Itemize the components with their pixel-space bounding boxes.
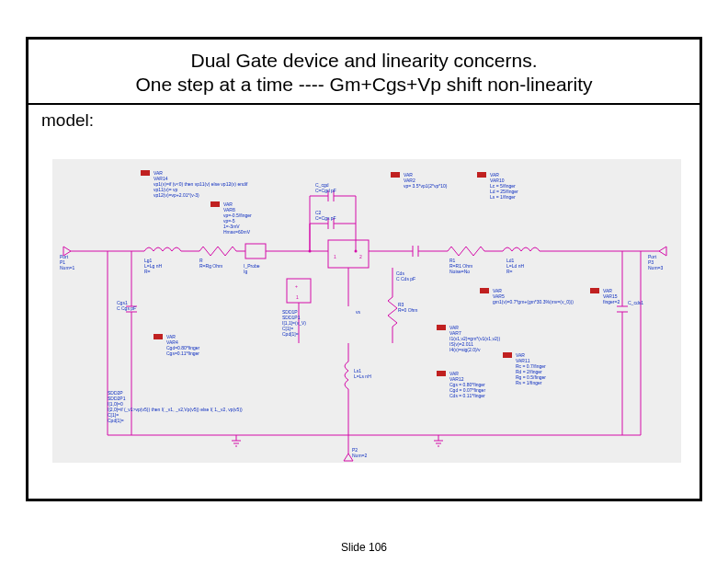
- rg-val: R=Rg Ohm: [199, 263, 222, 269]
- svg-rect-12: [477, 172, 486, 178]
- ls1-val: L=Ls nH: [354, 373, 371, 379]
- svg-rect-9: [141, 170, 150, 176]
- svg-text:1: 1: [296, 294, 299, 300]
- svg-rect-10: [210, 201, 220, 207]
- sdd2p-l1: I[2,0]=if (_v1>vp(v5)) then I( _v1, _v2,…: [108, 407, 243, 412]
- svg-rect-0: [245, 244, 266, 259]
- schematic-svg: 1 2 + 1: [52, 159, 681, 463]
- slide-title: Dual Gate device and linearity concerns.…: [28, 40, 700, 101]
- svg-text:+: +: [295, 283, 298, 289]
- title-line-2: One step at a time ---- Gm+Cgs+Vp shift …: [45, 73, 683, 97]
- svg-rect-14: [590, 288, 599, 293]
- cgs-val: C=Cgs pF: [315, 215, 336, 221]
- svg-rect-13: [480, 288, 489, 293]
- var11-l3: Rs = 1/finger: [516, 380, 542, 385]
- model-label: model:: [28, 105, 700, 131]
- var5-l0: gm1(v)=0.7*gm+(gm*30.3%(mv=(v_0))): [493, 299, 574, 304]
- ld1-r: R=: [506, 269, 513, 274]
- r1-noise: Noise=No: [449, 269, 470, 274]
- vs-node-label: vs: [356, 309, 361, 315]
- svg-rect-18: [154, 334, 163, 339]
- svg-rect-6: [287, 279, 311, 303]
- r3-val: R=0 Ohm: [398, 307, 418, 313]
- slide-frame: Dual Gate device and linearity concerns.…: [26, 37, 702, 501]
- svg-rect-11: [391, 172, 400, 178]
- var12-l2: Cds = 0.11*finger: [449, 393, 485, 398]
- lg1-r: R=: [144, 269, 151, 274]
- svg-point-5: [355, 250, 358, 253]
- svg-text:1: 1: [334, 254, 336, 259]
- var8-l3: Hmax=60mV: [223, 229, 251, 235]
- var4-l1: Cgs=0.11*finger: [166, 350, 199, 356]
- var2-l0: vp= 3.5*vp1(2*vp*10): [404, 183, 448, 189]
- port-out-num: Num=3: [648, 265, 663, 270]
- title-line-1: Dual Gate device and linearity concerns.: [45, 49, 683, 73]
- cgd-val: C=Cgd pF: [315, 188, 336, 193]
- svg-text:2: 2: [359, 254, 362, 259]
- slide-number: Slide 106: [0, 541, 728, 554]
- cgs1-val: C Cgs pF: [117, 305, 136, 311]
- svg-rect-16: [437, 325, 446, 330]
- svg-rect-17: [437, 371, 446, 376]
- iprobe-name: Ig: [244, 269, 247, 274]
- port-in-num: Num=1: [60, 265, 74, 270]
- var14-l2: vp12(v)=vp+2.01*(v-3): [154, 192, 199, 198]
- sdd1p-l2: Cpd[1]=: [282, 331, 299, 337]
- var15-l0: finger=2: [603, 299, 620, 304]
- var7-l2: I4(v)=sig(2.0)/v: [449, 347, 481, 352]
- var10-l2: Ls = 1/finger: [490, 194, 516, 200]
- schematic-canvas: 1 2 + 1: [52, 159, 681, 463]
- cds-val: C Cds pF: [396, 276, 415, 282]
- sdd2p-l3: Cpd[1]=: [108, 418, 124, 423]
- port-bot-num: Num=2: [352, 453, 367, 458]
- svg-rect-15: [503, 352, 512, 358]
- cds1-ref: C_cds1: [628, 300, 643, 305]
